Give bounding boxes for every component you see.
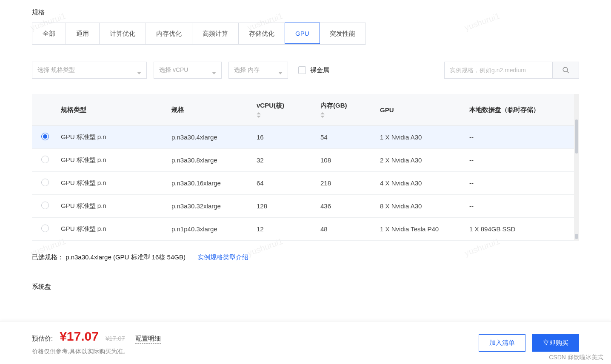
cell-memory: 48	[317, 218, 377, 241]
bare-metal-label: 裸金属	[310, 66, 329, 74]
select-memory[interactable]: 选择 内存	[228, 62, 288, 79]
sort-icon	[320, 112, 373, 118]
bare-metal-checkbox[interactable]	[298, 66, 306, 74]
spec-type-intro-link[interactable]: 实例规格类型介绍	[197, 253, 248, 261]
cell-local-disk: --	[466, 126, 574, 149]
cell-gpu: 1 X Nvidia Tesla P40	[377, 218, 466, 241]
chevron-down-icon	[212, 69, 216, 71]
th-memory[interactable]: 内存(GB)	[317, 94, 377, 126]
cell-spec-type: GPU 标准型 p.n	[57, 126, 168, 149]
select-memory-placeholder: 选择 内存	[234, 66, 260, 74]
spec-tabs: 全部通用计算优化内存优化高频计算存储优化GPU突发性能	[32, 23, 366, 45]
search-button[interactable]	[553, 62, 579, 79]
table-row[interactable]: GPU 标准型 p.np.n1p40.3xlarge12481 X Nvidia…	[32, 218, 574, 241]
th-spec: 规格	[168, 94, 253, 126]
cell-vcpu: 32	[253, 149, 317, 172]
cell-vcpu: 12	[253, 218, 317, 241]
th-vcpu[interactable]: vCPU(核)	[253, 94, 317, 126]
cell-vcpu: 16	[253, 126, 317, 149]
cell-local-disk: --	[466, 172, 574, 195]
table-row[interactable]: GPU 标准型 p.np.n3a30.4xlarge16541 X Nvidia…	[32, 126, 574, 149]
tab-GPU[interactable]: GPU	[285, 23, 320, 44]
cell-spec: p.n3a30.8xlarge	[168, 149, 253, 172]
table-row[interactable]: GPU 标准型 p.np.n3a30.16xlarge642184 X Nvid…	[32, 172, 574, 195]
selected-spec-summary: 已选规格： p.n3a30.4xlarge (GPU 标准型 16核 54GB)…	[32, 253, 579, 262]
spec-table: 规格类型 规格 vCPU(核) 内存(GB) GPU 本地数据盘（临时存储） G…	[32, 94, 574, 241]
cell-gpu: 8 X Nvidia A30	[377, 195, 466, 218]
cell-vcpu: 128	[253, 195, 317, 218]
cell-spec-type: GPU 标准型 p.n	[57, 218, 168, 241]
cell-gpu: 1 X Nvidia A30	[377, 126, 466, 149]
cell-local-disk: --	[466, 195, 574, 218]
search-group	[444, 62, 579, 79]
selected-spec-label: 已选规格：	[32, 253, 64, 261]
select-spec-type-placeholder: 选择 规格类型	[37, 66, 75, 74]
cell-memory: 218	[317, 172, 377, 195]
cell-memory: 108	[317, 149, 377, 172]
cell-spec: p.n3a30.4xlarge	[168, 126, 253, 149]
cell-spec: p.n3a30.32xlarge	[168, 195, 253, 218]
th-local-disk: 本地数据盘（临时存储）	[466, 94, 574, 126]
section-title-system-disk: 系统盘	[32, 283, 579, 291]
row-radio[interactable]	[41, 133, 49, 140]
cell-gpu: 4 X Nvidia A30	[377, 172, 466, 195]
th-spec-type: 规格类型	[57, 94, 168, 126]
bare-metal-checkbox-group: 裸金属	[298, 66, 329, 74]
cell-spec: p.n1p40.3xlarge	[168, 218, 253, 241]
filter-row: 选择 规格类型 选择 vCPU 选择 内存 裸金属	[32, 62, 579, 79]
cell-spec-type: GPU 标准型 p.n	[57, 172, 168, 195]
cell-gpu: 2 X Nvidia A30	[377, 149, 466, 172]
select-spec-type[interactable]: 选择 规格类型	[32, 62, 147, 79]
cell-vcpu: 64	[253, 172, 317, 195]
cell-spec: p.n3a30.16xlarge	[168, 172, 253, 195]
select-vcpu[interactable]: 选择 vCPU	[154, 62, 222, 79]
cell-local-disk: --	[466, 149, 574, 172]
row-radio[interactable]	[41, 156, 49, 163]
spec-table-wrap: 规格类型 规格 vCPU(核) 内存(GB) GPU 本地数据盘（临时存储） G…	[32, 94, 579, 241]
search-icon	[562, 66, 570, 74]
th-gpu: GPU	[377, 94, 466, 126]
scrollbar-thumb[interactable]	[575, 234, 578, 239]
tab-全部[interactable]: 全部	[32, 23, 66, 44]
selected-spec-value: p.n3a30.4xlarge (GPU 标准型 16核 54GB)	[66, 253, 186, 261]
tab-计算优化[interactable]: 计算优化	[100, 23, 146, 44]
tab-通用[interactable]: 通用	[66, 23, 100, 44]
svg-point-0	[563, 67, 568, 72]
tab-高频计算[interactable]: 高频计算	[192, 23, 239, 44]
row-radio[interactable]	[41, 225, 49, 232]
cell-memory: 54	[317, 126, 377, 149]
cell-spec-type: GPU 标准型 p.n	[57, 195, 168, 218]
chevron-down-icon	[137, 69, 141, 71]
svg-line-1	[567, 71, 569, 73]
cell-spec-type: GPU 标准型 p.n	[57, 149, 168, 172]
tab-存储优化[interactable]: 存储优化	[239, 23, 285, 44]
tab-突发性能[interactable]: 突发性能	[320, 23, 365, 44]
cell-local-disk: 1 X 894GB SSD	[466, 218, 574, 241]
table-row[interactable]: GPU 标准型 p.np.n3a30.8xlarge321082 X Nvidi…	[32, 149, 574, 172]
cell-memory: 436	[317, 195, 377, 218]
chevron-down-icon	[278, 69, 283, 71]
scrollbar-thumb[interactable]	[575, 119, 578, 154]
tab-内存优化[interactable]: 内存优化	[146, 23, 192, 44]
search-input[interactable]	[444, 62, 553, 79]
row-radio[interactable]	[41, 179, 49, 186]
row-radio[interactable]	[41, 202, 49, 209]
sort-icon	[257, 112, 314, 118]
table-row[interactable]: GPU 标准型 p.np.n3a30.32xlarge1284368 X Nvi…	[32, 195, 574, 218]
select-vcpu-placeholder: 选择 vCPU	[159, 66, 188, 74]
section-title-spec: 规格	[32, 9, 579, 17]
